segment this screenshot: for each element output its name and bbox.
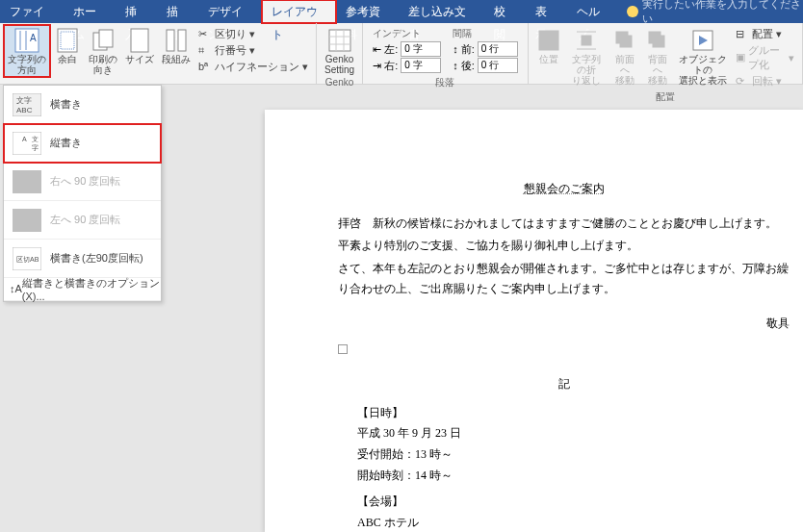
text-direction-rotate-left: AB 左へ 90 度回転 [4,201,161,240]
genko-group-label: Genko [321,77,358,88]
tab-file[interactable]: ファイル [0,0,64,23]
tab-help[interactable]: ヘルプ [567,0,619,23]
svg-rect-22 [616,32,628,43]
rotate-left-label: 左へ 90 度回転 [50,213,120,227]
position-button: 位置 [532,25,565,66]
tab-review[interactable]: 校閲 [484,0,526,23]
genko-icon [326,27,353,54]
hyphenation-label: ハイフネーション [215,60,299,74]
tab-references[interactable]: 参考資料 [336,0,400,23]
breaks-button[interactable]: ✂区切り ▾ [198,27,308,41]
send-backward-button: 背面へ 移動 [641,25,674,88]
tab-mailings[interactable]: 差し込み文書 [399,0,484,23]
svg-text:区切: 区切 [16,256,30,264]
group-icon: ▣ [736,51,745,64]
date-heading: 【日時】 [357,403,790,424]
selection-pane-button[interactable]: オブジェクトの 選択と表示 [674,25,732,88]
selection-pane-label: オブジェクトの 選択と表示 [678,54,728,86]
ribbon: A 文字列の 方向 余白 印刷の 向き サイズ 段組み ✂区切り ▾ [0,23,803,85]
rotate-left-icon: AB [10,206,44,235]
svg-text:A: A [22,136,27,142]
tab-draw[interactable]: 描画 [157,0,198,23]
forward-icon [611,27,638,54]
text-direction-menu: 文字ABC 横書き 文字A 縦書き AB 右へ 90 度回転 AB 左へ 90 … [3,85,162,302]
venue-heading: 【会場】 [357,492,790,513]
spacing-heading: 間隔 [453,27,518,40]
tab-home[interactable]: ホーム [64,0,116,23]
indent-right-label: 右: [384,59,398,73]
orientation-button[interactable]: 印刷の 向き [85,25,121,77]
backward-icon [644,27,671,54]
svg-rect-10 [178,30,186,51]
checkbox-mark [338,344,348,354]
ribbon-tab-bar: ファイル ホーム 挿入 描画 デザイン レイアウト 参考資料 差し込み文書 校閲… [0,0,803,23]
text-direction-horizontal-rotated[interactable]: 区切AB 横書き(左90度回転) [4,240,161,278]
align-button[interactable]: ⊟配置 ▾ [736,27,794,41]
svg-text:文字: 文字 [16,96,32,105]
align-label: 配置 [752,27,773,41]
genko-group: Genko Setting Genko [317,23,363,84]
wrap-icon [573,27,600,54]
text-direction-options[interactable]: ↕A 縦書きと横書きのオプション(X)... [4,278,161,301]
options-label: 縦書きと横書きのオプション(X)... [22,276,161,302]
doc-p3: さて、本年も左記のとおり懇親会が開催されます。ご多忙中とは存じますが、万障お繰り… [338,259,790,300]
breaks-icon: ✂ [198,28,212,41]
page-setup-group: A 文字列の 方向 余白 印刷の 向き サイズ 段組み ✂区切り ▾ [0,23,317,84]
document-page[interactable]: 懇親会のご案内 拝啓 新秋の候皆様におかれましてはますますご健勝のこととお慶び申… [265,110,803,532]
indent-left-input[interactable] [401,41,441,57]
breaks-label: 区切り [215,27,246,41]
doc-p1: 拝啓 新秋の候皆様におかれましてはますますご健勝のこととお慶び申し上げます。 [338,214,790,235]
rotate-button: ⟳回転 ▾ [736,74,794,89]
arrange-group-label: 配置 [532,90,798,104]
svg-rect-17 [542,34,550,41]
space-before-input[interactable] [478,41,518,57]
text-direction-icon: A [13,27,40,54]
size-icon [126,27,153,54]
tab-layout[interactable]: レイアウト [262,0,336,23]
paragraph-group-label: 段落 [367,76,524,89]
space-after-input[interactable] [478,58,518,73]
reception-time: 受付開始：13 時～ [357,444,790,466]
svg-rect-7 [99,30,113,47]
doc-closing: 敬具 [338,314,790,335]
text-direction-rotate-right: AB 右へ 90 度回転 [4,163,161,201]
indent-heading: インデント [373,27,441,40]
tab-view[interactable]: 表示 [526,0,567,23]
group-obj-label: グループ化 [748,43,786,72]
space-after-label: 後: [461,59,475,73]
align-icon: ⊟ [736,28,749,41]
indent-right-input[interactable] [401,58,441,73]
rotate-label: 回転 [752,74,773,89]
tab-insert[interactable]: 挿入 [116,0,157,23]
svg-rect-11 [329,30,350,51]
arrange-group: 位置 文字列の折 り返し 前面へ 移動 背面へ 移動 オブジェクトの 選択と表示… [529,23,803,84]
columns-button[interactable]: 段組み [158,25,194,66]
position-icon [535,27,562,54]
group-objects-button: ▣グループ化 ▾ [736,43,794,72]
margins-icon [54,27,81,54]
hyphenation-button[interactable]: bªハイフネーション ▾ [198,60,308,74]
text-direction-label: 文字列の 方向 [8,54,46,75]
text-direction-vertical[interactable]: 文字A 縦書き [4,124,161,163]
wrap-label: 文字列の折 り返し [569,54,605,86]
doc-p2: 平素より特別のご支援、ご協力を賜り御礼申し上げます。 [338,236,790,257]
horizontal-label: 横書き [50,97,82,112]
vertical-label: 縦書き [50,136,82,150]
tell-me-search[interactable]: 実行したい作業を入力してください [627,0,803,26]
svg-text:AB: AB [20,176,29,187]
size-button[interactable]: サイズ [121,25,158,66]
line-numbers-label: 行番号 [215,43,246,58]
forward-label: 前面へ 移動 [612,54,637,86]
bring-forward-button: 前面へ 移動 [609,25,641,88]
selection-pane-icon [689,27,716,54]
line-numbers-button[interactable]: ⌗行番号 ▾ [198,43,308,58]
tab-design[interactable]: デザイン [198,0,262,23]
svg-text:AB: AB [23,215,32,226]
text-direction-horizontal[interactable]: 文字ABC 横書き [4,86,161,124]
vertical-icon: 文字A [10,129,44,158]
rotate-icon: ⟳ [736,75,749,89]
date-value: 平成 30 年 9 月 23 日 [357,423,790,444]
genko-button[interactable]: Genko Setting [321,25,358,77]
text-direction-button[interactable]: A 文字列の 方向 [4,25,50,77]
margins-button[interactable]: 余白 [50,25,85,66]
